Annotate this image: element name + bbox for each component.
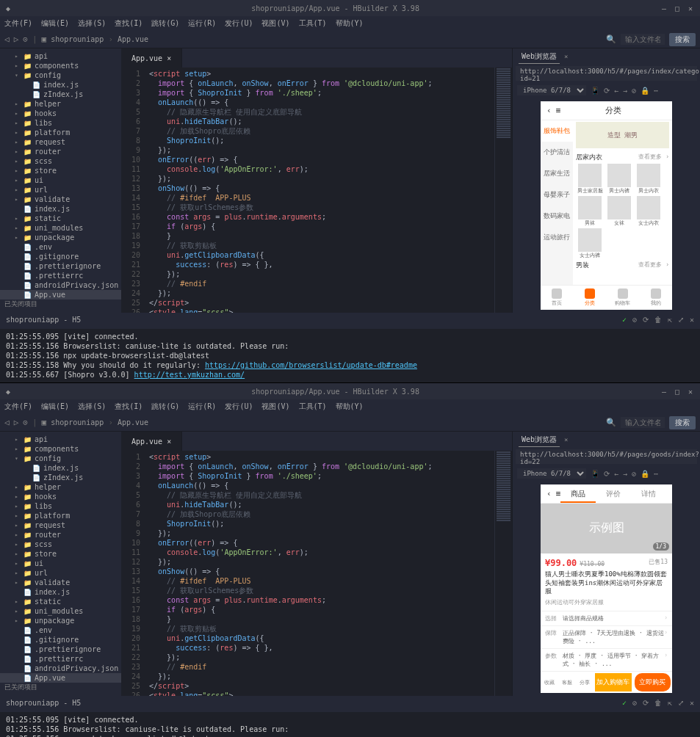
tree-item[interactable]: 📄.prettierrc xyxy=(0,654,121,664)
tree-item[interactable]: 📄androidPrivacy.json xyxy=(0,280,121,290)
terminal-icon[interactable]: ▤ xyxy=(24,694,28,696)
tabbar-item[interactable]: 购物车 xyxy=(607,286,640,310)
category-item[interactable]: 运动旅行 xyxy=(541,227,573,248)
editor-tab[interactable]: App.vue× xyxy=(121,48,182,68)
maximize-icon[interactable]: □ xyxy=(674,388,681,396)
preview-tab[interactable]: Web浏览器 xyxy=(519,433,560,447)
search-button[interactable]: 搜索 xyxy=(669,416,696,429)
clear-icon[interactable]: 🗑 xyxy=(654,316,662,326)
tree-item[interactable]: ▾📁config xyxy=(0,70,121,80)
tree-item[interactable]: ▸📁request xyxy=(0,137,121,147)
menu-item[interactable]: 发行(U) xyxy=(225,402,253,412)
recent-icon[interactable]: ⊙ xyxy=(23,35,28,44)
tree-item[interactable]: ▸📁helper xyxy=(0,482,121,492)
tree-item[interactable]: ▸📁url xyxy=(0,185,121,195)
product-item[interactable]: 男士内裤 xyxy=(605,164,633,195)
more-link[interactable]: 查看更多 › xyxy=(638,153,669,162)
menu-item[interactable]: 帮助(Y) xyxy=(336,402,364,412)
lock-icon[interactable]: 🔒 xyxy=(641,470,649,478)
tree-item[interactable]: 📄zIndex.js xyxy=(0,473,121,482)
url-input[interactable]: http://localhost:3000/h5/#/pages/goods/i… xyxy=(516,449,697,464)
tree-item[interactable]: ▸📁api xyxy=(0,435,121,444)
collapse-icon[interactable]: ⊟ xyxy=(15,694,19,696)
category-item[interactable]: 母婴亲子 xyxy=(541,184,573,206)
close-icon[interactable]: × xyxy=(167,438,171,446)
more-link[interactable]: 查看更多 › xyxy=(638,261,669,270)
menu-item[interactable]: 查找(I) xyxy=(115,18,142,29)
closed-projects[interactable]: 已关闭项目 xyxy=(0,683,121,691)
tree-item[interactable]: ▸📁unpackage xyxy=(0,616,121,625)
sync-icon[interactable]: ⟳ xyxy=(4,311,10,313)
back-icon[interactable]: ← xyxy=(614,87,618,95)
menu-item[interactable]: 查找(I) xyxy=(115,402,142,412)
tree-item[interactable]: ▸📁hooks xyxy=(0,109,121,118)
menu-item[interactable]: 文件(F) xyxy=(4,18,32,29)
stop-icon[interactable]: ⊘ xyxy=(632,316,637,326)
device-select[interactable]: iPhone 6/7/8 xyxy=(517,85,586,95)
url-input[interactable]: http://localhost:3000/h5/#/pages/index/c… xyxy=(516,66,697,81)
tree-item[interactable]: 📄.prettierignore xyxy=(0,645,121,654)
menu-item[interactable]: 视图(V) xyxy=(261,402,289,412)
tree-item[interactable]: 📄.prettierrc xyxy=(0,271,121,280)
more-icon[interactable]: ⋯ xyxy=(654,87,658,95)
lock-icon[interactable]: 🔒 xyxy=(641,87,649,95)
tree-item[interactable]: ▸📁uni_modules xyxy=(0,606,121,616)
tabbar-item[interactable]: 我的 xyxy=(639,286,672,310)
tree-item[interactable]: ▸📁platform xyxy=(0,511,121,520)
menu-item[interactable]: 选择(S) xyxy=(78,18,106,29)
clear-icon[interactable]: ⊘ xyxy=(632,87,636,95)
closed-projects[interactable]: 已关闭项目 xyxy=(0,299,121,308)
add-cart-button[interactable]: 加入购物车 xyxy=(595,673,632,691)
goods-image[interactable]: 示例图1/3 xyxy=(541,504,672,553)
explorer-icon[interactable]: ▣ xyxy=(42,35,47,44)
breadcrumb[interactable]: App.vue xyxy=(118,35,148,43)
tree-item[interactable]: ▸📁unpackage xyxy=(0,233,121,242)
breadcrumb[interactable]: shoprouniapp xyxy=(51,418,104,426)
maximize-icon[interactable]: □ xyxy=(674,4,681,12)
export-icon[interactable]: ⇱ xyxy=(668,316,672,326)
menu-icon[interactable]: ≡ xyxy=(556,489,561,498)
code-area[interactable]: <script setup> import { onLaunch, onShow… xyxy=(145,451,494,696)
tree-item[interactable]: 📄index.js xyxy=(0,587,121,597)
tabbar-item[interactable]: 分类 xyxy=(574,286,607,310)
menu-item[interactable]: 运行(R) xyxy=(188,18,216,29)
tree-item[interactable]: ▸📁url xyxy=(0,568,121,578)
close-icon[interactable]: × xyxy=(564,436,568,443)
minimap[interactable] xyxy=(494,451,512,696)
tree-item[interactable]: ▸📁components xyxy=(0,61,121,70)
back-icon[interactable]: ‹ xyxy=(546,489,552,498)
minimize-icon[interactable]: — xyxy=(660,388,668,396)
goods-row[interactable]: 保障正品保障 · 7天无理由退换 · 退货运费险 · ...› xyxy=(541,625,672,648)
fav-button[interactable]: 收藏 xyxy=(541,679,558,686)
search-button[interactable]: 搜索 xyxy=(669,33,696,46)
product-item[interactable]: 男袜 xyxy=(576,196,604,227)
terminal-icon[interactable]: ▤ xyxy=(24,311,28,313)
tree-item[interactable]: ▸📁static xyxy=(0,597,121,606)
terminal[interactable]: 01:25:55.095 [vite] connected.01:25:55.1… xyxy=(0,329,700,382)
status-icon[interactable]: ✓ xyxy=(622,699,627,709)
editor-tab[interactable]: App.vue× xyxy=(121,432,182,451)
buy-button[interactable]: 立即购买 xyxy=(635,673,671,691)
tree-item[interactable]: ▸📁ui xyxy=(0,175,121,185)
service-button[interactable]: 客服 xyxy=(558,679,576,686)
tree-item[interactable]: ▸📁validate xyxy=(0,195,121,204)
tree-item[interactable]: ▸📁components xyxy=(0,444,121,454)
terminal-link[interactable]: https://github.com/browserslist/update-d… xyxy=(205,361,417,369)
terminal[interactable]: 01:25:55.095 [vite] connected.01:25:55.1… xyxy=(0,712,700,737)
preview-tab[interactable]: Web浏览器 xyxy=(519,50,560,64)
product-item[interactable]: 男士家居服 xyxy=(576,164,604,195)
banner[interactable]: 造型 潮男 xyxy=(576,122,669,148)
menu-item[interactable]: 工具(T) xyxy=(299,402,327,412)
tree-item[interactable]: ▸📁scss xyxy=(0,156,121,166)
tree-item[interactable]: ▸📁platform xyxy=(0,128,121,137)
stop-icon[interactable]: ⊘ xyxy=(632,699,637,709)
close-icon[interactable]: × xyxy=(564,53,568,60)
tree-item[interactable]: ▸📁validate xyxy=(0,578,121,587)
refresh-icon[interactable]: ⟳ xyxy=(604,470,610,478)
tree-item[interactable]: 📄index.js xyxy=(0,463,121,473)
tree-item[interactable]: 📄index.js xyxy=(0,80,121,90)
goods-tab[interactable]: 详情 xyxy=(631,484,666,503)
code-area[interactable]: <script setup> import { onLaunch, onShow… xyxy=(145,68,494,313)
tree-item[interactable]: ▸📁router xyxy=(0,530,121,540)
tree-item[interactable]: ▸📁helper xyxy=(0,99,121,109)
